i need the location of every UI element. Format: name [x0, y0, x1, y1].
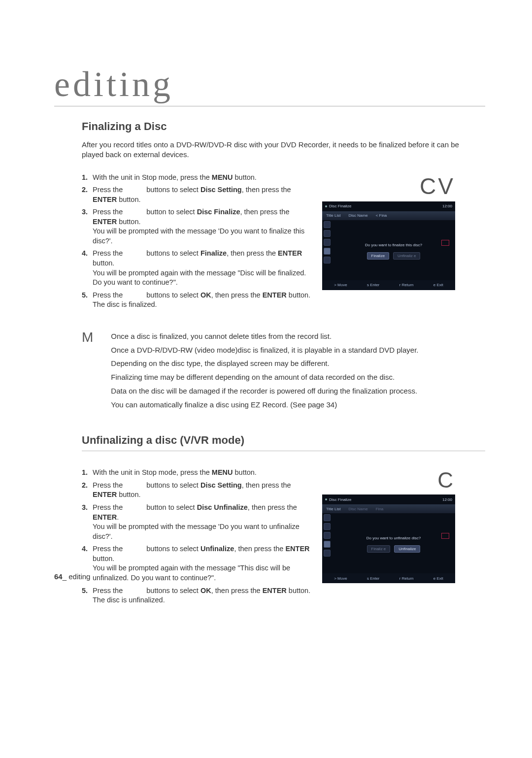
step-number: 1.	[82, 468, 93, 478]
note-line: Depending on the disc type, the displaye…	[111, 357, 418, 370]
step-number: 3.	[82, 503, 93, 541]
notes-block: M Once a disc is ﬁnalized, you cannot de…	[82, 330, 485, 412]
osd-marker-icon	[441, 533, 449, 539]
step-body: Press the button to select Disc Finalize…	[93, 207, 313, 246]
note-line: Data on the disc will be damaged if the …	[111, 384, 418, 398]
osd-tabs: Title List Disc Name Fina	[322, 504, 455, 513]
step-body: Press the buttons to select Finalize, th…	[93, 249, 313, 287]
osd-tab: Title List	[322, 213, 345, 218]
footer-label: editing	[68, 572, 90, 581]
screenshot-panel-1: CV Disc Finalize 12:00 Title List Disc N…	[322, 173, 455, 313]
osd-marker-icon	[441, 240, 449, 246]
note-line: Finalizing time may be different dependi…	[111, 370, 418, 384]
sidebar-icon	[324, 239, 331, 246]
osd-screen-2: Disc Finalize 12:00 Title List Disc Name…	[322, 494, 455, 583]
osd-hint: s Enter	[367, 576, 379, 581]
osd-clock: 12:00	[442, 497, 452, 502]
osd-sidebar	[322, 220, 332, 264]
sidebar-icon	[324, 532, 331, 539]
osd-hint: e Exit	[433, 283, 443, 287]
page-header: editing	[54, 64, 485, 106]
section-intro: After you record titles onto a DVD-RW/DV…	[82, 140, 466, 160]
osd-finalize-button[interactable]: Finalize	[367, 252, 390, 260]
note-line: Once a DVD-R/DVD-RW (video mode)disc is …	[111, 343, 418, 357]
section-title-finalizing: Finalizing a Disc	[82, 120, 485, 133]
step-body: With the unit in Stop mode, press the ME…	[93, 468, 313, 478]
sidebar-icon	[324, 541, 331, 548]
sidebar-icon	[324, 230, 331, 237]
footer-sep: _	[63, 572, 69, 581]
step-item: 5. Press the buttons to select OK, then …	[82, 586, 313, 605]
osd-tab: Title List	[322, 507, 345, 511]
step-number: 5.	[82, 291, 93, 310]
rec-dot-icon	[325, 205, 327, 207]
step-body: Press the buttons to select OK, then pre…	[93, 291, 313, 310]
osd-prompt: Do you want to unfinalize disc?	[366, 536, 421, 540]
osd-hint: e Exit	[433, 576, 443, 581]
step-item: 2. Press the buttons to select Disc Sett…	[82, 481, 313, 500]
note-m-icon: M	[82, 330, 93, 412]
note-line: Once a disc is ﬁnalized, you cannot dele…	[111, 330, 418, 343]
step-number: 1.	[82, 173, 93, 183]
step-item: 4. Press the buttons to select Unfinaliz…	[82, 544, 313, 583]
osd-footer: > Move s Enter r Return e Exit	[322, 573, 455, 583]
step-item: 1. With the unit in Stop mode, press the…	[82, 173, 313, 183]
page-number: 64	[54, 572, 63, 581]
osd-hint: > Move	[334, 283, 347, 287]
osd-title: Disc Finalize	[329, 497, 351, 502]
step-body: Press the buttons to select Disc Setting…	[93, 481, 313, 500]
step-number: 3.	[82, 207, 93, 246]
step-item: 3. Press the button to select Disc Final…	[82, 207, 313, 246]
steps-list-unfinalize: 1. With the unit in Stop mode, press the…	[82, 468, 313, 608]
osd-footer: > Move s Enter r Return e Exit	[322, 280, 455, 290]
sidebar-icon	[324, 550, 331, 557]
osd-hint: s Enter	[367, 283, 379, 287]
step-number: 5.	[82, 586, 93, 605]
sidebar-icon	[324, 514, 331, 521]
sidebar-icon	[324, 257, 331, 264]
osd-finalize-button[interactable]: Finaliz e	[367, 545, 391, 553]
page-footer: 64_ editing	[54, 572, 90, 581]
note-line: You can automatically ﬁnalize a disc usi…	[111, 398, 418, 412]
note-lines: Once a disc is ﬁnalized, you cannot dele…	[111, 330, 418, 412]
osd-screen-1: Disc Finalize 12:00 Title List Disc Name…	[322, 201, 455, 290]
steps-list-finalize: 1. With the unit in Stop mode, press the…	[82, 173, 313, 313]
step-item: 1. With the unit in Stop mode, press the…	[82, 468, 313, 478]
step-item: 5. Press the buttons to select OK, then …	[82, 291, 313, 310]
disc-badge: CV	[322, 173, 455, 199]
disc-badge: C	[322, 468, 455, 493]
screenshot-panel-2: C Disc Finalize 12:00 Title List Disc Na…	[322, 468, 455, 608]
step-item: 2. Press the buttons to select Disc Sett…	[82, 185, 313, 204]
osd-tab: < Fina	[372, 213, 391, 218]
osd-hint: r Return	[399, 283, 414, 287]
sidebar-icon	[324, 523, 331, 530]
rec-dot-icon	[325, 498, 327, 500]
osd-unfinalize-button[interactable]: Unfinaliz e	[393, 252, 420, 260]
osd-hint: r Return	[399, 576, 414, 581]
osd-tab: Disc Name	[345, 507, 372, 511]
document-page: editing Finalizing a Disc After you reco…	[0, 0, 532, 608]
osd-tab: Disc Name	[345, 213, 372, 218]
sidebar-icon	[324, 248, 331, 255]
step-body: Press the buttons to select Unfinalize, …	[93, 544, 313, 583]
step-body: With the unit in Stop mode, press the ME…	[93, 173, 313, 183]
osd-title: Disc Finalize	[329, 204, 351, 208]
section-title-unfinalizing: Unfinalizing a disc (V/VR mode)	[82, 434, 485, 451]
step-item: 4. Press the buttons to select Finalize,…	[82, 249, 313, 287]
step-item: 3. Press the button to select Disc Unfin…	[82, 503, 313, 541]
osd-sidebar	[322, 513, 332, 557]
osd-hint: > Move	[334, 576, 347, 581]
osd-tabs: Title List Disc Name < Fina	[322, 211, 455, 220]
sidebar-icon	[324, 221, 331, 228]
osd-clock: 12:00	[442, 204, 452, 208]
step-body: Press the buttons to select Disc Setting…	[93, 185, 313, 204]
step-number: 4.	[82, 249, 93, 287]
osd-prompt: Do you want to finalize this disc?	[365, 243, 422, 247]
step-number: 2.	[82, 185, 93, 204]
osd-tab: Fina	[372, 507, 388, 511]
step-body: Press the button to select Disc Unfinali…	[93, 503, 313, 541]
step-body: Press the buttons to select OK, then pre…	[93, 586, 313, 605]
step-number: 2.	[82, 481, 93, 500]
osd-unfinalize-button[interactable]: Unfinalize	[394, 545, 420, 553]
